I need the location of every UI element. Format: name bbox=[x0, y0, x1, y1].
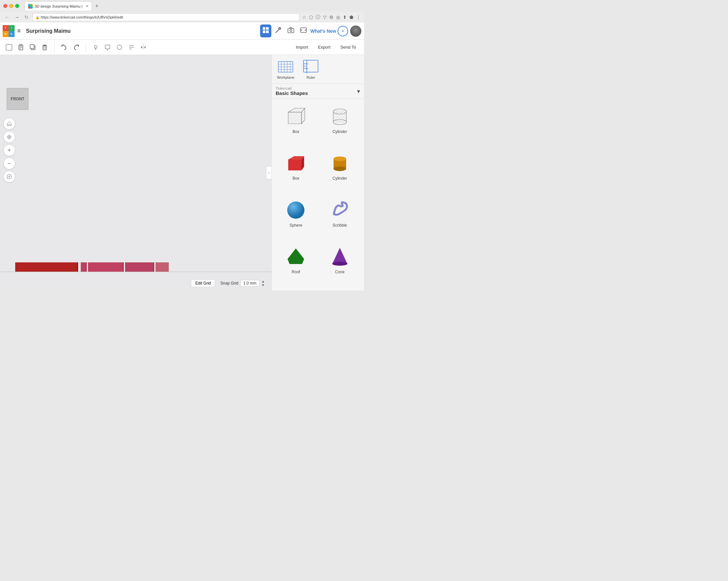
code-block-button[interactable] bbox=[298, 25, 309, 37]
roof-image bbox=[285, 246, 307, 268]
panel-expand-handle[interactable]: › bbox=[266, 166, 271, 179]
pink-bar-3[interactable] bbox=[125, 262, 154, 272]
shape-item-box-wireframe[interactable]: Box bbox=[274, 102, 318, 148]
light-button[interactable] bbox=[90, 42, 101, 53]
minimize-traffic-light[interactable] bbox=[9, 4, 13, 8]
svg-point-62 bbox=[334, 166, 346, 171]
export-button[interactable]: Export bbox=[313, 43, 335, 52]
undo-icon bbox=[60, 44, 68, 51]
undo-button[interactable] bbox=[58, 42, 70, 53]
shape-item-scribble[interactable]: Scribble bbox=[318, 195, 362, 241]
svg-rect-8 bbox=[6, 44, 12, 50]
svg-rect-29 bbox=[7, 175, 11, 179]
extension-1-icon[interactable]: ⬡ bbox=[309, 15, 313, 20]
grid-view-icon bbox=[262, 26, 269, 34]
forward-button[interactable]: → bbox=[13, 14, 21, 21]
import-button[interactable]: Import bbox=[291, 43, 313, 52]
whats-new-button[interactable]: What's New bbox=[310, 28, 336, 34]
shape-item-cylinder-solid[interactable]: Cylinder bbox=[318, 148, 362, 194]
workplane-tool[interactable]: Workplane bbox=[277, 59, 294, 79]
library-dropdown-icon[interactable]: ▾ bbox=[357, 88, 360, 95]
3d-viewport[interactable]: FRONT + bbox=[0, 55, 271, 290]
extension-7-icon[interactable]: ⬟ bbox=[349, 15, 354, 20]
hamburger-menu-button[interactable]: ≡ bbox=[15, 26, 24, 36]
red-solid-bar[interactable] bbox=[15, 262, 78, 272]
redo-button[interactable] bbox=[71, 42, 82, 53]
box-wireframe-label: Box bbox=[292, 129, 300, 134]
pink-bar-2[interactable] bbox=[88, 262, 124, 272]
refresh-button[interactable]: ↻ bbox=[23, 14, 30, 21]
grid-view-button[interactable] bbox=[260, 25, 271, 37]
zoom-out-button[interactable]: − bbox=[3, 158, 15, 169]
extension-4-icon[interactable]: ⚙ bbox=[329, 15, 334, 20]
align-button[interactable] bbox=[126, 42, 137, 53]
mirror-button[interactable] bbox=[138, 42, 149, 53]
edit-grid-button[interactable]: Edit Grid bbox=[191, 279, 215, 287]
logo-k: K bbox=[8, 31, 15, 37]
delete-icon bbox=[41, 44, 48, 51]
url-bar[interactable]: 🔒 https://www.tinkercad.com/things/itJUB… bbox=[32, 13, 300, 21]
workplane-toolbar-button[interactable] bbox=[3, 42, 15, 53]
ruler-tool[interactable]: Ruler bbox=[302, 59, 319, 79]
camera-button[interactable] bbox=[285, 25, 296, 37]
logo-n: N bbox=[3, 31, 8, 37]
view-controls: + − bbox=[3, 118, 15, 183]
extension-5-icon[interactable]: ◎ bbox=[336, 15, 340, 20]
add-user-button[interactable]: + bbox=[338, 26, 348, 36]
duplicate-button[interactable] bbox=[27, 42, 38, 53]
zoom-out-icon: − bbox=[8, 160, 11, 167]
extension-2-icon[interactable]: ⓘ bbox=[316, 14, 320, 20]
app-container: T I N K ≡ Surprising Maimu bbox=[0, 23, 364, 290]
svg-point-64 bbox=[287, 202, 305, 219]
home-view-button[interactable] bbox=[3, 118, 15, 130]
paste-button[interactable] bbox=[15, 42, 26, 53]
shape-item-sphere-solid[interactable]: Sphere bbox=[274, 195, 318, 241]
extension-6-icon[interactable]: ⬆ bbox=[343, 15, 347, 20]
circle-button[interactable] bbox=[114, 42, 125, 53]
extension-3-icon[interactable]: ▽ bbox=[323, 15, 327, 20]
snap-stepper-icon[interactable]: ▲▼ bbox=[261, 280, 265, 287]
browser-address-bar: ← → ↻ 🔒 https://www.tinkercad.com/things… bbox=[0, 12, 364, 23]
scribble-image bbox=[329, 199, 351, 221]
maximize-traffic-light[interactable] bbox=[15, 4, 19, 8]
close-traffic-light[interactable] bbox=[3, 4, 7, 8]
send-to-button[interactable]: Send To bbox=[336, 43, 361, 52]
orthographic-button[interactable] bbox=[3, 171, 15, 183]
tab-close-button[interactable]: ✕ bbox=[86, 4, 88, 8]
pink-bar-1[interactable] bbox=[81, 262, 87, 272]
zoom-in-button[interactable]: + bbox=[3, 144, 15, 156]
box-solid-label: Box bbox=[292, 176, 300, 181]
mirror-icon bbox=[140, 44, 147, 51]
url-text: https://www.tinkercad.com/things/itJUBVs… bbox=[41, 15, 296, 19]
menu-icon[interactable]: ⋮ bbox=[356, 15, 361, 20]
tinkercad-logo[interactable]: T I N K bbox=[3, 25, 15, 37]
main-area: FRONT + bbox=[0, 55, 364, 290]
fit-view-button[interactable] bbox=[3, 131, 15, 143]
toolbar-primary-group bbox=[3, 42, 50, 53]
active-tab[interactable]: 3D design Surprising Maimu | ✕ bbox=[25, 1, 92, 10]
snap-grid-value[interactable]: 1.0 mm bbox=[240, 280, 259, 287]
tab-title: 3D design Surprising Maimu | bbox=[35, 4, 82, 8]
pink-bar-4[interactable] bbox=[156, 262, 169, 272]
nav-right-buttons: What's New + bbox=[260, 25, 361, 37]
pickaxe-button[interactable] bbox=[273, 25, 284, 37]
ruler-label: Ruler bbox=[306, 75, 315, 79]
circle-icon bbox=[116, 44, 123, 51]
redo-icon bbox=[73, 44, 80, 51]
new-tab-button[interactable]: + bbox=[93, 3, 100, 9]
shape-item-cylinder-wireframe[interactable]: Cylinder bbox=[318, 102, 362, 148]
user-avatar[interactable] bbox=[350, 25, 361, 37]
cone-label: Cone bbox=[335, 270, 344, 274]
back-button[interactable]: ← bbox=[3, 14, 10, 21]
shapes-grid: Box bbox=[272, 99, 364, 290]
delete-button[interactable] bbox=[39, 42, 50, 53]
bookmark-icon[interactable]: ☆ bbox=[302, 15, 306, 20]
shape-item-box-solid[interactable]: Box bbox=[274, 148, 318, 194]
annotation-button[interactable] bbox=[102, 42, 113, 53]
toolbar-view-group bbox=[90, 42, 149, 53]
svg-rect-5 bbox=[288, 28, 294, 33]
front-view-cube[interactable]: FRONT bbox=[7, 88, 28, 110]
shape-item-cone[interactable]: Cone bbox=[318, 242, 362, 288]
shape-item-roof[interactable]: Roof bbox=[274, 242, 318, 288]
svg-rect-15 bbox=[30, 45, 34, 49]
